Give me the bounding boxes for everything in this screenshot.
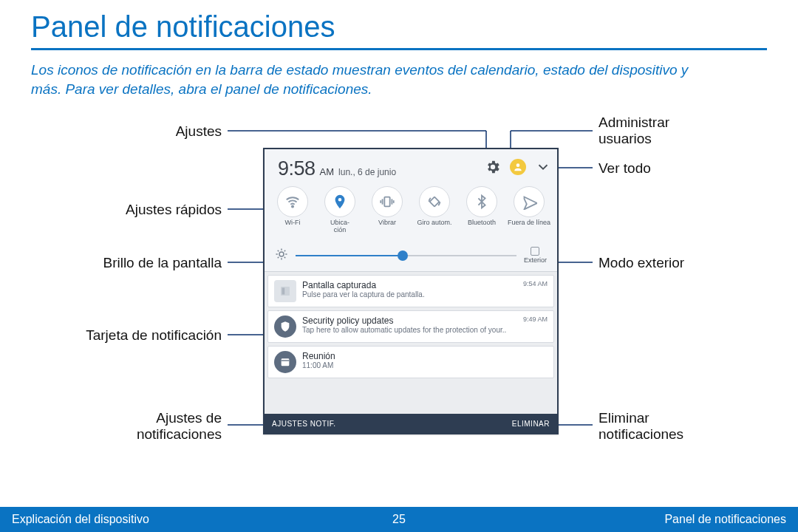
card-time: 9:49 AM xyxy=(523,316,548,323)
card-subtitle: Pulse para ver la captura de pantalla. xyxy=(302,290,548,299)
callout-ver-todo: Ver todo xyxy=(598,160,651,177)
shield-icon xyxy=(274,316,296,338)
callout-eliminar-l2: notificaciones xyxy=(598,426,683,442)
qs-airplane-label: Fuera de línea xyxy=(508,219,550,234)
airplane-icon xyxy=(514,186,545,217)
svg-rect-38 xyxy=(282,288,285,295)
intro-text: Los iconos de notificación en la barra d… xyxy=(0,61,739,104)
callout-admin-usuarios-l1: Administrar xyxy=(598,115,669,130)
footer-right: Panel de notificaciones xyxy=(664,513,786,526)
notification-card[interactable]: Security policy updates Tap here to allo… xyxy=(267,310,554,343)
calendar-icon xyxy=(274,351,296,373)
outdoor-label: Exterior xyxy=(524,256,547,264)
autorotate-icon xyxy=(419,186,450,217)
svg-rect-22 xyxy=(384,197,389,207)
outdoor-mode-toggle[interactable]: Exterior xyxy=(524,247,547,264)
qs-wifi[interactable]: Wi-Fi xyxy=(270,186,315,234)
qs-airplane[interactable]: Fuera de línea xyxy=(507,186,551,234)
notification-panel: 9:58 AM lun., 6 de junio xyxy=(263,148,559,434)
chevron-down-icon[interactable] xyxy=(535,159,551,175)
page-title: Panel de notificaciones xyxy=(0,0,798,48)
callout-modo-exterior: Modo exterior xyxy=(598,255,684,271)
diagram-area: Ajustes Ajustes rápidos Brillo de la pan… xyxy=(0,115,798,477)
brightness-slider[interactable] xyxy=(296,248,516,263)
outdoor-checkbox xyxy=(531,247,539,256)
slider-knob xyxy=(398,250,408,261)
card-title: Reunión xyxy=(302,351,548,361)
footer-left: Explicación del dispositivo xyxy=(12,513,149,526)
header-icons xyxy=(485,159,551,175)
clear-notifications-button[interactable]: ELIMINAR xyxy=(512,420,550,428)
callout-tarjeta: Tarjeta de notificación xyxy=(86,327,222,344)
callout-ajustes: Ajustes xyxy=(176,123,222,140)
panel-bottom-bar: AJUSTES NOTIF. ELIMINAR xyxy=(265,414,557,433)
gear-icon[interactable] xyxy=(485,159,501,175)
quick-settings-row: Wi-Fi Ubica- ción Vibrar Giro autom. xyxy=(265,186,557,234)
qs-vibrate-label: Vibrar xyxy=(378,219,396,234)
notification-card[interactable]: Reunión 11:00 AM xyxy=(267,346,554,378)
svg-line-35 xyxy=(278,256,279,258)
callout-eliminar-l1: Eliminar xyxy=(598,410,649,426)
qs-location[interactable]: Ubica- ción xyxy=(318,186,362,234)
footer-page-number: 25 xyxy=(392,513,406,526)
callout-admin-usuarios: Administrar usuarios xyxy=(598,115,669,147)
card-subtitle: 11:00 AM xyxy=(302,361,548,369)
callout-eliminar: Eliminar notificaciones xyxy=(598,410,683,443)
notif-settings-button[interactable]: AJUSTES NOTIF. xyxy=(272,420,335,428)
svg-rect-27 xyxy=(430,197,440,207)
callout-admin-usuarios-l2: usuarios xyxy=(598,131,652,146)
svg-line-34 xyxy=(284,256,286,258)
clock-row: 9:58 AM lun., 6 de junio xyxy=(278,157,396,180)
clock-ampm: AM xyxy=(320,166,335,177)
svg-point-20 xyxy=(516,163,520,167)
svg-rect-39 xyxy=(282,358,290,366)
qs-vibrate[interactable]: Vibrar xyxy=(365,186,409,234)
wifi-icon xyxy=(277,186,308,217)
card-time: 9:54 AM xyxy=(523,280,548,287)
card-subtitle: Tap here to allow automatic updates for … xyxy=(302,326,548,334)
screenshot-thumb-icon xyxy=(274,280,296,302)
vibrate-icon xyxy=(372,186,403,217)
svg-line-36 xyxy=(284,250,286,251)
clock-date: lun., 6 de junio xyxy=(338,167,396,177)
brightness-row: Exterior xyxy=(275,247,547,264)
bluetooth-icon xyxy=(466,186,497,217)
qs-autorotate[interactable]: Giro autom. xyxy=(412,186,457,234)
title-rule xyxy=(31,48,767,50)
callout-brillo: Brillo de la pantalla xyxy=(103,255,222,271)
svg-point-28 xyxy=(279,252,284,256)
qs-bluetooth[interactable]: Bluetooth xyxy=(460,186,504,234)
brightness-icon[interactable] xyxy=(275,248,288,264)
qs-location-label: Ubica- ción xyxy=(330,219,349,234)
callout-ajustes-notif-l1: Ajustes de xyxy=(156,410,222,426)
qs-autorotate-label: Giro autom. xyxy=(417,219,451,234)
notification-list: Pantalla capturada Pulse para ver la cap… xyxy=(265,272,557,412)
user-avatar-icon[interactable] xyxy=(510,159,526,175)
qs-bluetooth-label: Bluetooth xyxy=(468,219,496,234)
clock-time: 9:58 xyxy=(278,157,316,180)
qs-wifi-label: Wi-Fi xyxy=(285,219,301,234)
svg-point-21 xyxy=(292,205,293,207)
svg-line-33 xyxy=(278,250,279,251)
notification-card[interactable]: Pantalla capturada Pulse para ver la cap… xyxy=(267,275,554,307)
panel-header-section: 9:58 AM lun., 6 de junio xyxy=(265,149,557,272)
slider-fill xyxy=(296,255,402,256)
callout-ajustes-rapidos: Ajustes rápidos xyxy=(126,202,222,218)
page-footer: Explicación del dispositivo 25 Panel de … xyxy=(0,507,798,532)
card-title: Security policy updates xyxy=(302,316,548,326)
callout-ajustes-notif: Ajustes de notificaciones xyxy=(137,410,222,443)
location-icon xyxy=(324,186,355,217)
callout-ajustes-notif-l2: notificaciones xyxy=(137,426,222,442)
card-title: Pantalla capturada xyxy=(302,280,548,290)
